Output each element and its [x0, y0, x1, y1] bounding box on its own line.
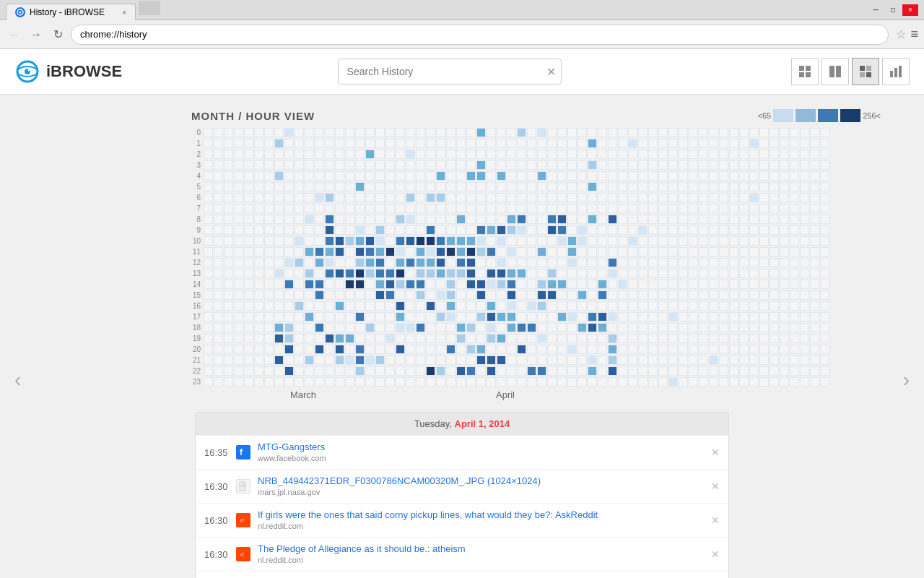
heatmap-cell[interactable] [547, 247, 557, 256]
heatmap-cell[interactable] [790, 312, 799, 322]
heatmap-cell[interactable] [578, 312, 587, 322]
heatmap-cell[interactable] [497, 258, 506, 267]
heatmap-cell[interactable] [396, 225, 405, 235]
heatmap-cell[interactable] [224, 301, 233, 311]
heatmap-cell[interactable] [547, 345, 557, 354]
heatmap-cell[interactable] [264, 312, 274, 322]
heatmap-cell[interactable] [739, 139, 749, 148]
heatmap-cell[interactable] [567, 323, 577, 332]
heatmap-cell[interactable] [658, 171, 668, 181]
heatmap-cell[interactable] [295, 323, 304, 332]
heatmap-cell[interactable] [375, 258, 385, 267]
heatmap-cell[interactable] [567, 334, 577, 343]
heatmap-cell[interactable] [487, 182, 496, 191]
heatmap-cell[interactable] [679, 150, 688, 159]
heatmap-cell[interactable] [618, 377, 627, 387]
heatmap-cell[interactable] [264, 193, 274, 202]
heatmap-cell[interactable] [709, 193, 718, 202]
heatmap-cell[interactable] [739, 323, 749, 332]
heatmap-cell[interactable] [365, 334, 375, 343]
heatmap-cell[interactable] [800, 204, 809, 213]
heatmap-cell[interactable] [274, 301, 284, 311]
heatmap-cell[interactable] [679, 204, 688, 213]
heatmap-cell[interactable] [770, 247, 779, 256]
heatmap-cell[interactable] [345, 334, 354, 343]
heatmap-cell[interactable] [527, 160, 536, 170]
heatmap-cell[interactable] [517, 377, 526, 387]
heatmap-cell[interactable] [709, 312, 718, 322]
heatmap-cell[interactable] [588, 269, 597, 278]
heatmap-cell[interactable] [385, 269, 395, 278]
heatmap-cell[interactable] [295, 236, 304, 246]
heatmap-cell[interactable] [689, 182, 698, 191]
heatmap-cell[interactable] [244, 236, 253, 246]
heatmap-cell[interactable] [780, 334, 789, 343]
heatmap-cell[interactable] [224, 334, 233, 343]
history-title[interactable]: NRB_449442371EDR_F0300786NCAM00320M_.JPG… [258, 475, 705, 486]
heatmap-cell[interactable] [780, 160, 789, 170]
heatmap-cell[interactable] [214, 204, 223, 213]
heatmap-cell[interactable] [456, 150, 466, 159]
heatmap-cell[interactable] [527, 247, 536, 256]
heatmap-cell[interactable] [527, 258, 536, 267]
heatmap-cell[interactable] [527, 290, 536, 300]
heatmap-cell[interactable] [668, 171, 678, 181]
heatmap-cell[interactable] [557, 128, 567, 137]
heatmap-cell[interactable] [446, 258, 456, 267]
heatmap-cell[interactable] [810, 355, 819, 365]
heatmap-cell[interactable] [497, 139, 506, 148]
heatmap-cell[interactable] [385, 247, 395, 256]
heatmap-cell[interactable] [497, 366, 506, 376]
heatmap-cell[interactable] [497, 345, 506, 354]
heatmap-cell[interactable] [385, 345, 395, 354]
heatmap-cell[interactable] [578, 366, 587, 376]
heatmap-cell[interactable] [365, 280, 375, 289]
heatmap-cell[interactable] [396, 269, 405, 278]
heatmap-cell[interactable] [224, 290, 233, 300]
chrome-menu-icon[interactable]: ≡ [910, 27, 918, 42]
heatmap-cell[interactable] [315, 182, 324, 191]
heatmap-cell[interactable] [315, 290, 324, 300]
heatmap-cell[interactable] [416, 225, 425, 235]
heatmap-cell[interactable] [234, 323, 243, 332]
heatmap-cell[interactable] [739, 204, 749, 213]
heatmap-cell[interactable] [416, 334, 425, 343]
heatmap-cell[interactable] [578, 269, 587, 278]
heatmap-cell[interactable] [800, 139, 809, 148]
heatmap-cell[interactable] [689, 280, 698, 289]
heatmap-cell[interactable] [426, 215, 435, 224]
heatmap-cell[interactable] [537, 280, 546, 289]
heatmap-cell[interactable] [759, 139, 769, 148]
heatmap-cell[interactable] [264, 160, 274, 170]
heatmap-cell[interactable] [365, 204, 375, 213]
heatmap-cell[interactable] [234, 171, 243, 181]
heatmap-cell[interactable] [476, 139, 486, 148]
heatmap-cell[interactable] [557, 355, 567, 365]
heatmap-cell[interactable] [497, 236, 506, 246]
heatmap-cell[interactable] [810, 366, 819, 376]
heatmap-cell[interactable] [244, 171, 253, 181]
heatmap-cell[interactable] [588, 366, 597, 376]
heatmap-cell[interactable] [254, 323, 263, 332]
heatmap-cell[interactable] [385, 225, 395, 235]
heatmap-cell[interactable] [648, 247, 658, 256]
heatmap-cell[interactable] [780, 193, 789, 202]
heatmap-cell[interactable] [466, 301, 476, 311]
heatmap-cell[interactable] [780, 139, 789, 148]
heatmap-cell[interactable] [638, 215, 648, 224]
heatmap-cell[interactable] [608, 312, 617, 322]
heatmap-cell[interactable] [416, 258, 425, 267]
heatmap-cell[interactable] [658, 377, 668, 387]
heatmap-cell[interactable] [426, 160, 435, 170]
heatmap-cell[interactable] [345, 301, 354, 311]
heatmap-cell[interactable] [689, 171, 698, 181]
heatmap-cell[interactable] [234, 247, 243, 256]
heatmap-cell[interactable] [214, 301, 223, 311]
heatmap-cell[interactable] [618, 171, 627, 181]
heatmap-cell[interactable] [648, 160, 658, 170]
heatmap-cell[interactable] [295, 225, 304, 235]
heatmap-cell[interactable] [335, 215, 344, 224]
heatmap-cell[interactable] [254, 301, 263, 311]
heatmap-cell[interactable] [507, 258, 516, 267]
heatmap-cell[interactable] [335, 323, 344, 332]
